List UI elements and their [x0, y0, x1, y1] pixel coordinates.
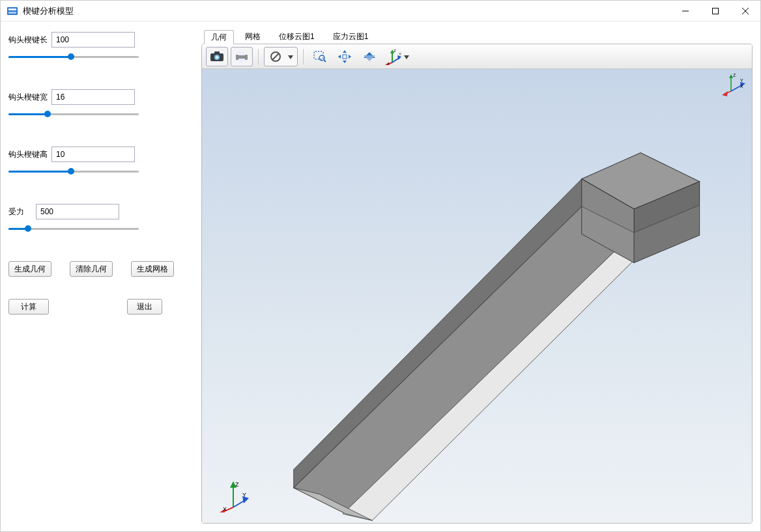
svg-text:X: X — [223, 506, 227, 512]
param-length: 钩头楔键长 — [8, 32, 188, 63]
sidebar: 钩头楔键长 钩头楔键宽 钩头楔键高 — [1, 21, 196, 531]
param-height: 钩头楔键高 — [8, 147, 188, 178]
maximize-button[interactable] — [700, 1, 730, 21]
param-height-input[interactable] — [51, 147, 135, 162]
param-force-input[interactable] — [36, 204, 119, 219]
svg-rect-12 — [238, 51, 245, 55]
toolbar: Z Y X — [202, 44, 752, 69]
printer-icon — [235, 50, 249, 63]
svg-marker-36 — [404, 55, 409, 59]
toolbar-separator — [258, 49, 259, 64]
zoom-window-button[interactable] — [309, 47, 331, 66]
param-force-slider[interactable] — [8, 223, 139, 235]
svg-line-19 — [324, 60, 326, 62]
param-width-slider[interactable] — [8, 109, 139, 120]
param-force-label: 受力 — [8, 206, 35, 217]
zoom-window-icon — [313, 50, 327, 63]
tab-displacement[interactable]: 位移云图1 — [272, 29, 322, 44]
svg-text:Y: Y — [242, 492, 246, 498]
fit-view-button[interactable] — [358, 47, 380, 66]
svg-rect-1 — [8, 8, 16, 10]
compute-button[interactable]: 计算 — [8, 299, 49, 315]
svg-marker-37 — [294, 206, 634, 514]
chevron-down-icon — [285, 52, 296, 61]
viewport-3d[interactable]: Z Y X Z Y X — [202, 69, 752, 523]
geometry-model — [202, 69, 752, 523]
pan-icon — [337, 49, 352, 64]
chevron-down-icon — [401, 52, 412, 61]
tab-mesh[interactable]: 网格 — [238, 29, 268, 44]
tabs: 几何 网格 位移云图1 应力云图1 — [201, 28, 753, 44]
svg-line-15 — [272, 53, 279, 60]
svg-text:Z: Z — [235, 481, 239, 488]
svg-rect-13 — [238, 59, 245, 63]
svg-text:Z: Z — [733, 73, 736, 77]
exit-button[interactable]: 退出 — [127, 299, 162, 315]
svg-marker-52 — [722, 91, 728, 96]
axis-indicator-large: Z Y X — [218, 479, 249, 512]
svg-text:X: X — [740, 84, 743, 89]
print-button[interactable] — [231, 47, 253, 66]
view-panel: Z Y X — [201, 44, 753, 524]
pan-button[interactable] — [334, 47, 356, 66]
titlebar: 楔键分析模型 — [1, 1, 760, 21]
param-width-label: 钩头楔键宽 — [8, 92, 50, 103]
tab-geometry[interactable]: 几何 — [204, 30, 234, 44]
toolbar-separator — [303, 49, 304, 64]
generate-mesh-button[interactable]: 生成网格 — [131, 261, 174, 277]
minimize-button[interactable] — [670, 1, 700, 21]
snapshot-button[interactable] — [206, 47, 228, 66]
axis-orient-icon: Z Y X — [384, 48, 401, 65]
svg-rect-20 — [343, 55, 347, 59]
param-width-input[interactable] — [51, 89, 135, 105]
app-icon — [6, 5, 19, 18]
param-width: 钩头楔键宽 — [8, 89, 188, 120]
svg-rect-0 — [7, 7, 18, 15]
fit-icon — [362, 50, 377, 63]
svg-point-18 — [319, 55, 324, 61]
axis-orient-button[interactable]: Z Y X — [383, 47, 413, 66]
main: 几何 网格 位移云图1 应力云图1 — [196, 21, 760, 531]
param-height-label: 钩头楔键高 — [8, 149, 50, 160]
svg-text:Z: Z — [394, 49, 396, 53]
svg-rect-4 — [713, 8, 719, 14]
svg-text:Y: Y — [740, 78, 743, 83]
param-length-input[interactable] — [51, 32, 135, 48]
window-title: 楔键分析模型 — [23, 5, 74, 17]
generate-geometry-button[interactable]: 生成几何 — [8, 261, 51, 277]
svg-marker-26 — [364, 55, 375, 61]
svg-point-10 — [216, 56, 218, 59]
svg-marker-16 — [288, 55, 293, 59]
window-controls — [670, 1, 760, 21]
svg-marker-24 — [349, 55, 351, 59]
svg-marker-22 — [343, 61, 347, 63]
camera-icon — [210, 51, 224, 63]
tab-stress[interactable]: 应力云图1 — [326, 29, 376, 44]
svg-rect-2 — [8, 12, 16, 14]
forbidden-icon — [269, 50, 282, 63]
axis-indicator-small: Z Y X — [722, 72, 747, 96]
svg-rect-8 — [214, 51, 220, 54]
close-button[interactable] — [730, 1, 760, 21]
svg-text:X: X — [387, 62, 390, 65]
param-length-slider[interactable] — [8, 51, 139, 63]
svg-marker-21 — [343, 50, 347, 53]
view-options-button[interactable] — [264, 47, 298, 66]
param-force: 受力 — [8, 204, 188, 235]
svg-marker-23 — [338, 55, 341, 59]
param-height-slider[interactable] — [8, 166, 139, 178]
clear-geometry-button[interactable]: 清除几何 — [70, 261, 113, 277]
param-length-label: 钩头楔键长 — [8, 35, 50, 46]
